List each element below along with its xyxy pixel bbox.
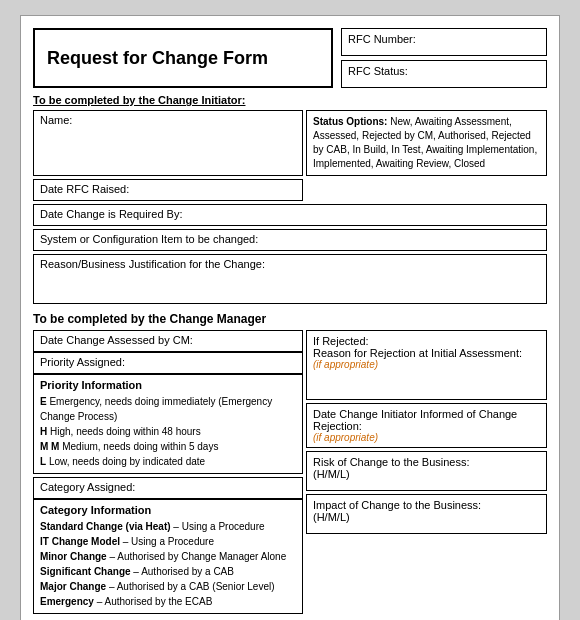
form-title: Request for Change Form bbox=[47, 48, 268, 69]
date-informed-label: Date Change Initiator Informed of Change… bbox=[313, 408, 540, 432]
rfc-boxes: RFC Number: RFC Status: bbox=[341, 28, 547, 88]
priority-line-h: H High, needs doing within 48 hours bbox=[40, 424, 296, 439]
date-rfc-field[interactable]: Date RFC Raised: bbox=[33, 179, 303, 201]
initiator-section-header: To be completed by the Change Initiator: bbox=[33, 94, 547, 106]
priority-info-box: Priority Information E Emergency, needs … bbox=[33, 374, 303, 474]
name-field[interactable]: Name: bbox=[33, 110, 303, 176]
page-container: Request for Change Form RFC Number: RFC … bbox=[20, 15, 560, 620]
reason-field[interactable]: Reason/Business Justification for the Ch… bbox=[33, 254, 547, 304]
rfc-status-field[interactable]: RFC Status: bbox=[341, 60, 547, 88]
category-assigned-field[interactable]: Category Assigned: bbox=[33, 477, 303, 499]
reason-label: Reason/Business Justification for the Ch… bbox=[40, 258, 265, 270]
name-label: Name: bbox=[40, 114, 72, 126]
system-item-field[interactable]: System or Configuration Item to be chang… bbox=[33, 229, 547, 251]
top-section: Request for Change Form RFC Number: RFC … bbox=[33, 28, 547, 88]
priority-assigned-field[interactable]: Priority Assigned: bbox=[33, 352, 303, 374]
priority-letter-e: E bbox=[40, 396, 47, 407]
impact-scale: (H/M/L) bbox=[313, 511, 540, 523]
priority-letter-l: L bbox=[40, 456, 46, 467]
category-line-3: Minor Change – Authorised by Change Mana… bbox=[40, 549, 296, 564]
if-rejected-label: If Rejected: bbox=[313, 335, 540, 347]
risk-label: Risk of Change to the Business: bbox=[313, 456, 540, 468]
reason-rejection-label: Reason for Rejection at Initial Assessme… bbox=[313, 347, 540, 359]
priority-assigned-label: Priority Assigned: bbox=[40, 356, 125, 368]
system-item-label: System or Configuration Item to be chang… bbox=[40, 233, 258, 245]
status-options-box: Status Options: New, Awaiting Assessment… bbox=[306, 110, 547, 176]
priority-line-l: L Low, needs doing by indicated date bbox=[40, 454, 296, 469]
category-line-2: IT Change Model – Using a Procedure bbox=[40, 534, 296, 549]
date-change-required-label: Date Change is Required By: bbox=[40, 208, 182, 220]
category-assigned-label: Category Assigned: bbox=[40, 481, 135, 493]
date-assessed-field[interactable]: Date Change Assessed by CM: bbox=[33, 330, 303, 352]
manager-left-col: Date Change Assessed by CM: Priority Ass… bbox=[33, 330, 303, 617]
manager-right-col: If Rejected: Reason for Rejection at Ini… bbox=[306, 330, 547, 617]
category-info-title: Category Information bbox=[40, 504, 296, 516]
date-assessed-label: Date Change Assessed by CM: bbox=[40, 334, 193, 346]
if-appropriate-label: (if appropriate) bbox=[313, 359, 540, 370]
rejection-reason-box[interactable]: If Rejected: Reason for Rejection at Ini… bbox=[306, 330, 547, 400]
manager-columns: Date Change Assessed by CM: Priority Ass… bbox=[33, 330, 547, 617]
date-change-required-field[interactable]: Date Change is Required By: bbox=[33, 204, 547, 226]
impact-label: Impact of Change to the Business: bbox=[313, 499, 540, 511]
name-status-row: Name: Status Options: New, Awaiting Asse… bbox=[33, 110, 547, 176]
rfc-number-label: RFC Number: bbox=[348, 33, 416, 45]
rfc-number-field[interactable]: RFC Number: bbox=[341, 28, 547, 56]
priority-line-m: M M Medium, needs doing within 5 days bbox=[40, 439, 296, 454]
category-info-box: Category Information Standard Change (vi… bbox=[33, 499, 303, 614]
category-line-6: Emergency – Authorised by the ECAB bbox=[40, 594, 296, 609]
date-rfc-row: Date RFC Raised: bbox=[33, 179, 547, 201]
risk-scale: (H/M/L) bbox=[313, 468, 540, 480]
date-rfc-label: Date RFC Raised: bbox=[40, 183, 129, 195]
priority-letter-h: H bbox=[40, 426, 47, 437]
status-options-bold: Status Options: bbox=[313, 116, 387, 127]
priority-info-title: Priority Information bbox=[40, 379, 296, 391]
manager-section-header: To be completed by the Change Manager bbox=[33, 312, 547, 326]
rfc-status-label: RFC Status: bbox=[348, 65, 408, 77]
category-line-4: Significant Change – Authorised by a CAB bbox=[40, 564, 296, 579]
category-line-1: Standard Change (via Heat) – Using a Pro… bbox=[40, 519, 296, 534]
date-informed-box[interactable]: Date Change Initiator Informed of Change… bbox=[306, 403, 547, 448]
priority-line-e: E Emergency, needs doing immediately (Em… bbox=[40, 394, 296, 424]
impact-box[interactable]: Impact of Change to the Business: (H/M/L… bbox=[306, 494, 547, 534]
if-appropriate2-label: (if appropriate) bbox=[313, 432, 540, 443]
title-box: Request for Change Form bbox=[33, 28, 333, 88]
priority-letter-m: M M bbox=[40, 441, 59, 452]
risk-box[interactable]: Risk of Change to the Business: (H/M/L) bbox=[306, 451, 547, 491]
category-line-5: Major Change – Authorised by a CAB (Seni… bbox=[40, 579, 296, 594]
